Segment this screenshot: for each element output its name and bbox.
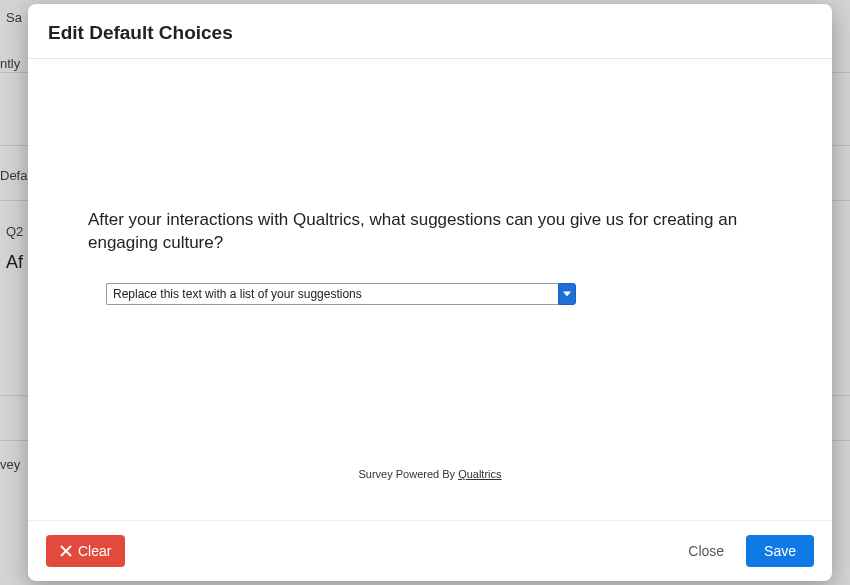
save-button-label: Save (764, 543, 796, 559)
footer-right: Close Save (682, 535, 814, 567)
powered-by: Survey Powered By Qualtrics (28, 458, 832, 520)
modal-header: Edit Default Choices (28, 4, 832, 59)
close-button[interactable]: Close (682, 535, 730, 567)
question-text: After your interactions with Qualtrics, … (88, 209, 772, 255)
modal-title: Edit Default Choices (48, 22, 812, 44)
suggestions-dropdown[interactable]: Replace this text with a list of your su… (88, 283, 772, 305)
clear-button-label: Clear (78, 543, 111, 559)
powered-by-prefix: Survey Powered By (358, 468, 458, 480)
close-icon (60, 545, 72, 557)
powered-by-link[interactable]: Qualtrics (458, 468, 501, 480)
modal-body: After your interactions with Qualtrics, … (28, 59, 832, 520)
edit-default-choices-modal: Edit Default Choices After your interact… (28, 4, 832, 581)
suggestions-dropdown-caret-button[interactable] (558, 283, 576, 305)
modal-body-content: After your interactions with Qualtrics, … (28, 59, 832, 458)
caret-down-icon (563, 291, 571, 297)
clear-button[interactable]: Clear (46, 535, 125, 567)
close-button-label: Close (688, 543, 724, 559)
suggestions-dropdown-value[interactable]: Replace this text with a list of your su… (106, 283, 558, 305)
modal-footer: Clear Close Save (28, 520, 832, 581)
save-button[interactable]: Save (746, 535, 814, 567)
